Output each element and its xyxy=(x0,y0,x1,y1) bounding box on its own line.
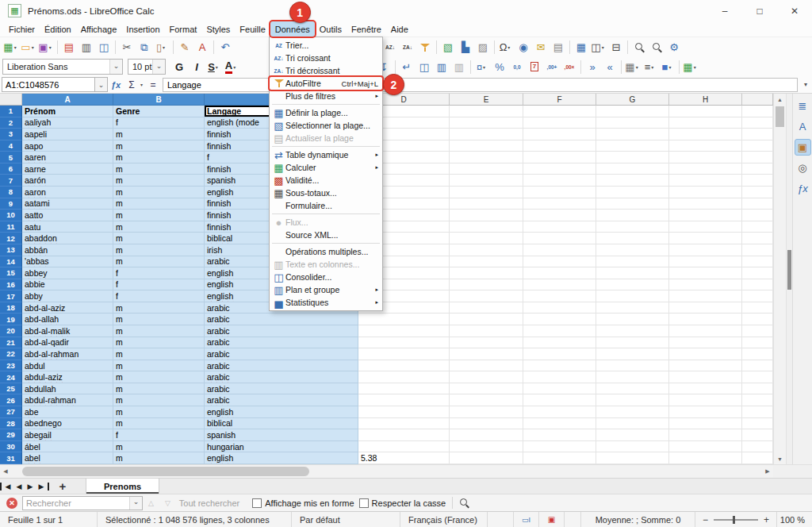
find-replace-button[interactable] xyxy=(630,39,648,56)
print-button[interactable]: ▥ xyxy=(78,39,95,56)
currency-format-button[interactable]: ¤▾ xyxy=(473,59,491,75)
date-format-button[interactable]: 7 xyxy=(526,59,543,75)
cell-A1[interactable]: Prénom xyxy=(22,106,113,117)
cell-E29[interactable] xyxy=(450,429,523,441)
expand-formula-bar-icon[interactable]: ▾ xyxy=(799,81,812,88)
cell-B15[interactable]: f xyxy=(113,267,205,279)
cell-D29[interactable] xyxy=(358,429,450,441)
scroll-up-icon[interactable]: ▲ xyxy=(774,94,786,105)
cell-A12[interactable]: abaddon xyxy=(22,233,113,244)
cell-A18[interactable]: abd-al-aziz xyxy=(22,302,113,314)
cell-I5[interactable] xyxy=(742,152,773,163)
clear-formatting-button[interactable]: A xyxy=(193,39,211,56)
vertical-scroll-thumb[interactable] xyxy=(776,106,784,127)
cell-B14[interactable]: m xyxy=(113,256,205,268)
cell-A29[interactable]: abegail xyxy=(22,429,113,441)
cell-G2[interactable] xyxy=(596,117,669,129)
special-character-button[interactable]: Ω▾ xyxy=(497,39,515,56)
cell-E2[interactable] xyxy=(450,117,523,129)
cell-D25[interactable] xyxy=(358,383,450,395)
cell-G25[interactable] xyxy=(596,383,669,395)
cell-G14[interactable] xyxy=(596,256,669,268)
zoom-slider-thumb[interactable] xyxy=(733,516,735,524)
borders-button[interactable]: ▦▾ xyxy=(624,59,642,75)
cell-E19[interactable] xyxy=(450,314,523,325)
cell-E17[interactable] xyxy=(450,290,523,302)
row-header-29[interactable]: 29 xyxy=(0,429,22,441)
cell-F25[interactable] xyxy=(523,383,596,395)
cell-B5[interactable]: m xyxy=(113,152,205,163)
row-header-13[interactable]: 13 xyxy=(0,244,22,256)
formatted-display-checkbox[interactable]: Affichage mis en forme xyxy=(252,498,354,508)
cell-H2[interactable] xyxy=(669,117,742,129)
row-header-1[interactable]: 1 xyxy=(0,106,22,117)
row-header-31[interactable]: 31 xyxy=(0,452,22,464)
subtotals-item[interactable]: ▦Sous-totaux... xyxy=(270,187,382,199)
cell-G12[interactable] xyxy=(596,233,669,244)
statistics-item[interactable]: ▅Statistiques▸ xyxy=(270,296,382,309)
cell-G30[interactable] xyxy=(596,441,669,453)
cell-F3[interactable] xyxy=(523,129,596,140)
new-document-button[interactable]: ▦▾ xyxy=(2,39,20,56)
cell-E23[interactable] xyxy=(450,360,523,372)
cell-I8[interactable] xyxy=(742,187,773,198)
scroll-left-icon[interactable]: ◀ xyxy=(0,465,11,478)
last-sheet-icon[interactable]: ▶ xyxy=(36,483,49,490)
cell-E6[interactable] xyxy=(450,163,523,175)
cell-C31[interactable]: english xyxy=(205,452,358,464)
background-color-button[interactable]: ■▾ xyxy=(659,59,676,75)
cell-C29[interactable]: spanish xyxy=(205,429,358,441)
row-header-21[interactable]: 21 xyxy=(0,337,22,349)
name-box-dropdown-icon[interactable]: ⌄ xyxy=(95,77,108,92)
cell-G27[interactable] xyxy=(596,406,669,418)
form-item[interactable]: Formulaire... xyxy=(270,199,382,212)
cell-A19[interactable]: abd-allah xyxy=(22,314,113,325)
cell-H1[interactable] xyxy=(669,106,742,117)
print-preview-button[interactable]: ◫ xyxy=(95,39,113,56)
cell-F10[interactable] xyxy=(523,210,596,221)
row-header-7[interactable]: 7 xyxy=(0,175,22,187)
cell-A31[interactable]: abel xyxy=(22,452,113,464)
cell-H19[interactable] xyxy=(669,314,742,325)
sort-dialog-item[interactable]: AZTrier... xyxy=(270,39,382,52)
undo-button[interactable]: ↶ xyxy=(216,39,234,56)
row-header-26[interactable]: 26 xyxy=(0,394,22,406)
zoom-in-button[interactable]: + xyxy=(764,514,769,525)
search-input[interactable]: Rechercher xyxy=(22,496,143,510)
cell-I27[interactable] xyxy=(742,406,773,418)
font-size-combo[interactable]: 10 pt xyxy=(128,59,166,75)
cell-E25[interactable] xyxy=(450,383,523,395)
row-header-6[interactable]: 6 xyxy=(0,163,22,175)
cell-H30[interactable] xyxy=(669,441,742,453)
cell-H7[interactable] xyxy=(669,175,742,187)
cell-F7[interactable] xyxy=(523,175,596,187)
cell-H29[interactable] xyxy=(669,429,742,441)
export-pdf-button[interactable]: ▤ xyxy=(60,39,78,56)
name-box[interactable]: A1:C1048576 xyxy=(2,77,95,92)
cell-B21[interactable]: m xyxy=(113,337,205,349)
cell-H8[interactable] xyxy=(669,187,742,198)
menubar-item-fenetre[interactable]: Fenêtre xyxy=(347,21,386,37)
increase-indent-button[interactable]: » xyxy=(584,59,601,75)
cell-A4[interactable]: aapo xyxy=(22,140,113,152)
cell-F4[interactable] xyxy=(523,140,596,152)
cell-I1[interactable] xyxy=(742,106,773,117)
show-grid-lines-button[interactable]: ⊟ xyxy=(607,39,625,56)
cell-A17[interactable]: abby xyxy=(22,290,113,302)
cell-B4[interactable]: m xyxy=(113,140,205,152)
cell-H10[interactable] xyxy=(669,210,742,221)
cell-F15[interactable] xyxy=(523,267,596,279)
cell-I13[interactable] xyxy=(742,244,773,256)
cell-E27[interactable] xyxy=(450,406,523,418)
cell-H15[interactable] xyxy=(669,267,742,279)
cell-I9[interactable] xyxy=(742,198,773,210)
menubar-item-fichier[interactable]: Fichier xyxy=(4,21,40,37)
cell-F24[interactable] xyxy=(523,371,596,383)
more-filters-item[interactable]: Plus de filtres▸ xyxy=(270,90,382,102)
cell-A13[interactable]: abbán xyxy=(22,244,113,256)
split-window-button[interactable]: ◫▾ xyxy=(590,39,607,56)
cell-F27[interactable] xyxy=(523,406,596,418)
cell-G23[interactable] xyxy=(596,360,669,372)
cell-G5[interactable] xyxy=(596,152,669,163)
zoom-slider[interactable] xyxy=(714,519,758,521)
